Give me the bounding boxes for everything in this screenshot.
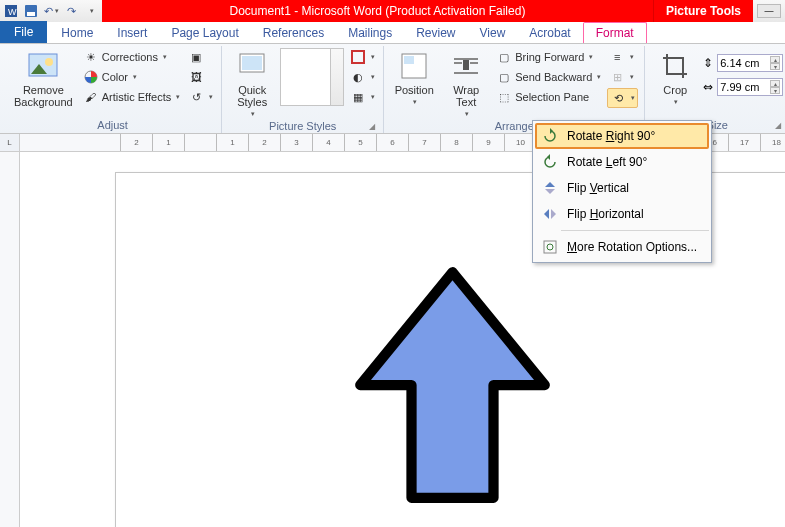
ruler-mark: 1	[152, 134, 184, 152]
svg-rect-14	[470, 62, 478, 64]
quick-styles-icon	[236, 50, 268, 82]
crop-button[interactable]: Crop▾	[651, 48, 699, 108]
ruler-corner[interactable]: L	[0, 134, 20, 152]
flip-vertical-icon	[541, 179, 559, 197]
flip-horizontal-item[interactable]: Flip Horizontal	[535, 201, 709, 227]
rotate-left-label: Rotate Left 90°	[567, 155, 647, 169]
picture-effects-icon: ◐	[350, 69, 366, 85]
rotate-dropdown-menu: Rotate Right 90° Rotate Left 90° Flip Ve…	[532, 120, 712, 263]
redo-icon[interactable]: ↷	[62, 2, 80, 20]
color-button[interactable]: Color▾	[81, 68, 182, 86]
svg-rect-8	[242, 56, 262, 70]
width-down[interactable]: ▾	[770, 87, 780, 94]
qat-customize-icon[interactable]: ▾	[82, 2, 100, 20]
undo-icon[interactable]: ↶▾	[42, 2, 60, 20]
svg-rect-13	[454, 62, 462, 64]
remove-background-button[interactable]: Remove Background	[10, 48, 77, 110]
corrections-icon: ☀	[83, 49, 99, 65]
tab-insert[interactable]: Insert	[105, 23, 159, 43]
picture-layout-icon: ▦	[350, 89, 366, 105]
flip-vertical-item[interactable]: Flip Vertical	[535, 175, 709, 201]
position-button[interactable]: Position▾	[390, 48, 438, 108]
rotate-icon: ⟲	[610, 90, 626, 106]
flip-horizontal-icon	[541, 205, 559, 223]
corrections-button[interactable]: ☀Corrections▾	[81, 48, 182, 66]
svg-rect-3	[27, 12, 35, 16]
title-bar: W ↶▾ ↷ ▾ Document1 - Microsoft Word (Pro…	[0, 0, 785, 22]
ribbon-tabs: File Home Insert Page Layout References …	[0, 22, 785, 44]
svg-rect-11	[404, 56, 414, 64]
rotate-right-item[interactable]: Rotate Right 90°	[535, 123, 709, 149]
picture-effects-button[interactable]: ◐▾	[348, 68, 377, 86]
tab-file[interactable]: File	[0, 21, 47, 43]
ruler-mark: 2	[120, 134, 152, 152]
artistic-effects-button[interactable]: 🖌Artistic Effects▾	[81, 88, 182, 106]
change-picture-button[interactable]: 🖼	[186, 68, 215, 86]
quick-styles-label: Quick Styles	[237, 84, 267, 108]
tab-references[interactable]: References	[251, 23, 336, 43]
selection-pane-label: Selection Pane	[515, 91, 589, 103]
selection-pane-button[interactable]: ⬚Selection Pane	[494, 88, 603, 106]
quick-access-toolbar: W ↶▾ ↷ ▾	[0, 2, 102, 20]
height-down[interactable]: ▾	[770, 63, 780, 70]
tab-acrobat[interactable]: Acrobat	[517, 23, 582, 43]
ruler-mark: 5	[344, 134, 376, 152]
align-icon: ≡	[609, 49, 625, 65]
picture-styles-gallery[interactable]	[280, 48, 344, 106]
group-adjust: Remove Background ☀Corrections▾ Color▾ 🖌…	[4, 46, 222, 133]
width-icon: ⇔	[703, 80, 713, 94]
ruler-mark: 17	[728, 134, 760, 152]
picture-layout-button[interactable]: ▦▾	[348, 88, 377, 106]
reset-picture-icon: ↺	[188, 89, 204, 105]
quick-styles-button[interactable]: Quick Styles▾	[228, 48, 276, 120]
align-button[interactable]: ≡▾	[607, 48, 638, 66]
more-rotation-item[interactable]: More Rotation Options...	[535, 234, 709, 260]
svg-rect-16	[454, 72, 478, 74]
wrap-text-button[interactable]: Wrap Text▾	[442, 48, 490, 120]
ruler-mark	[184, 134, 216, 152]
tab-mailings[interactable]: Mailings	[336, 23, 404, 43]
bring-forward-button[interactable]: ▢Bring Forward▾	[494, 48, 603, 66]
ruler-mark: 7	[408, 134, 440, 152]
ruler-mark: 2	[248, 134, 280, 152]
send-backward-button[interactable]: ▢Send Backward▾	[494, 68, 603, 86]
vertical-ruler[interactable]	[0, 152, 20, 527]
size-launcher[interactable]: ◢	[773, 121, 783, 131]
rotate-right-label: Rotate Right 90°	[567, 129, 655, 143]
compress-icon: ▣	[188, 49, 204, 65]
rotate-button[interactable]: ⟲▾	[607, 88, 638, 108]
width-field[interactable]	[720, 81, 768, 93]
menu-separator	[561, 230, 709, 231]
width-up[interactable]: ▴	[770, 80, 780, 87]
tab-page-layout[interactable]: Page Layout	[159, 23, 250, 43]
tab-format[interactable]: Format	[583, 22, 647, 43]
word-app-icon[interactable]: W	[2, 2, 20, 20]
ruler-mark: 8	[440, 134, 472, 152]
tab-home[interactable]: Home	[49, 23, 105, 43]
window-controls: —	[753, 4, 785, 18]
picture-border-button[interactable]: ▾	[348, 48, 377, 66]
rotate-left-item[interactable]: Rotate Left 90°	[535, 149, 709, 175]
tab-view[interactable]: View	[468, 23, 518, 43]
selected-picture[interactable]	[350, 260, 555, 510]
minimize-button[interactable]: —	[757, 4, 781, 18]
bring-forward-icon: ▢	[496, 49, 512, 65]
compress-pictures-button[interactable]: ▣	[186, 48, 215, 66]
save-icon[interactable]	[22, 2, 40, 20]
picture-styles-launcher[interactable]: ◢	[367, 122, 377, 132]
height-up[interactable]: ▴	[770, 56, 780, 63]
svg-point-5	[45, 58, 53, 66]
svg-point-18	[547, 244, 553, 250]
group-picture-styles: Quick Styles▾ ▾ ◐▾ ▦▾ Picture Styles◢	[222, 46, 384, 133]
width-input[interactable]: ▴▾	[717, 78, 783, 96]
reset-picture-button[interactable]: ↺▾	[186, 88, 215, 106]
height-field[interactable]	[720, 57, 768, 69]
height-input[interactable]: ▴▾	[717, 54, 783, 72]
tab-review[interactable]: Review	[404, 23, 467, 43]
svg-rect-9	[352, 51, 364, 63]
remove-background-icon	[27, 50, 59, 82]
group-button: ⊞▾	[607, 68, 638, 86]
contextual-tab-label: Picture Tools	[653, 0, 753, 22]
rotate-left-icon	[541, 153, 559, 171]
ruler-mark: 3	[280, 134, 312, 152]
